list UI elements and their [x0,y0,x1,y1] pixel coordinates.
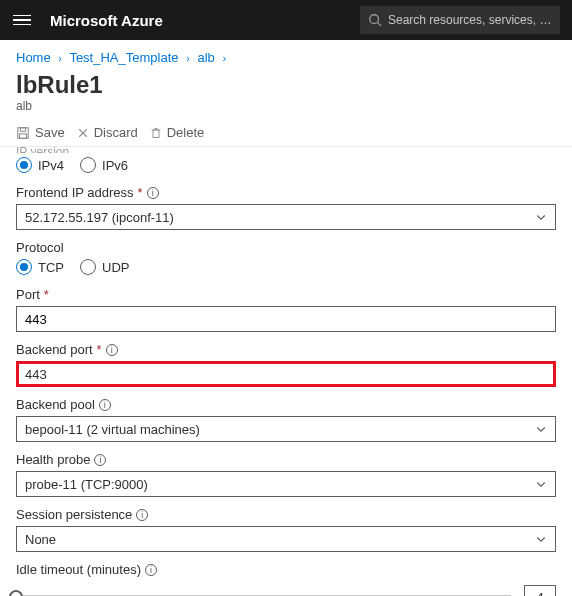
backend-pool-select[interactable]: bepool-11 (2 virtual machines) [16,416,556,442]
ip-version-radio-group: IPv4 IPv6 [16,157,556,173]
info-icon[interactable]: i [106,344,118,356]
menu-icon[interactable] [12,10,32,30]
session-persistence-label: Session persistence i [16,507,556,522]
top-bar: Microsoft Azure Search resources, servic… [0,0,572,40]
protocol-radio-group: TCP UDP [16,259,556,275]
search-placeholder: Search resources, services, and docs (G+… [388,13,552,27]
idle-timeout-value[interactable]: 4 [524,585,556,596]
discard-button[interactable]: Discard [77,125,138,140]
session-persistence-select[interactable]: None [16,526,556,552]
save-icon [16,126,30,140]
radio-icon [16,157,32,173]
breadcrumb: Home › Test_HA_Template › alb › [0,40,572,71]
chevron-right-icon: › [54,52,66,64]
info-icon[interactable]: i [145,564,157,576]
svg-rect-4 [20,133,27,137]
backend-pool-label: Backend pool i [16,397,556,412]
radio-icon [80,157,96,173]
chevron-down-icon [535,533,547,545]
global-search[interactable]: Search resources, services, and docs (G+… [360,6,560,34]
search-icon [368,13,382,27]
radio-icon [80,259,96,275]
svg-rect-7 [153,130,159,138]
svg-rect-3 [20,127,25,131]
frontend-ip-select[interactable]: 52.172.55.197 (ipconf-11) [16,204,556,230]
form: IP version IPv4 IPv6 Frontend IP address… [0,147,572,596]
backend-port-input[interactable]: 443 [16,361,556,387]
trash-icon [150,126,162,140]
info-icon[interactable]: i [147,187,159,199]
svg-line-1 [378,23,382,27]
title-block: lbRule1 alb [0,71,572,119]
frontend-ip-label: Frontend IP address* i [16,185,556,200]
idle-timeout-slider[interactable]: 4 [16,585,556,596]
radio-udp[interactable]: UDP [80,259,129,275]
radio-ipv6[interactable]: IPv6 [80,157,128,173]
port-input[interactable] [16,306,556,332]
chevron-down-icon [535,423,547,435]
page-subtitle: alb [16,99,556,113]
port-label: Port* [16,287,556,302]
info-icon[interactable]: i [99,399,111,411]
health-probe-label: Health probe i [16,452,556,467]
ip-version-label-cut: IP version [16,145,556,153]
backend-port-label: Backend port* i [16,342,556,357]
save-button[interactable]: Save [16,125,65,140]
breadcrumb-template[interactable]: Test_HA_Template [69,50,178,65]
breadcrumb-home[interactable]: Home [16,50,51,65]
svg-point-0 [370,15,379,24]
chevron-down-icon [535,478,547,490]
radio-tcp[interactable]: TCP [16,259,64,275]
brand-label: Microsoft Azure [50,12,163,29]
health-probe-select[interactable]: probe-11 (TCP:9000) [16,471,556,497]
command-bar: Save Discard Delete [0,119,572,147]
radio-ipv4[interactable]: IPv4 [16,157,64,173]
slider-thumb[interactable] [9,590,23,596]
info-icon[interactable]: i [136,509,148,521]
chevron-down-icon [535,211,547,223]
close-icon [77,127,89,139]
page-title: lbRule1 [16,71,556,99]
idle-timeout-label: Idle timeout (minutes) i [16,562,556,577]
protocol-label: Protocol [16,240,556,255]
info-icon[interactable]: i [94,454,106,466]
chevron-right-icon: › [182,52,194,64]
radio-icon [16,259,32,275]
breadcrumb-alb[interactable]: alb [197,50,214,65]
delete-button[interactable]: Delete [150,125,205,140]
chevron-right-icon: › [218,52,230,64]
